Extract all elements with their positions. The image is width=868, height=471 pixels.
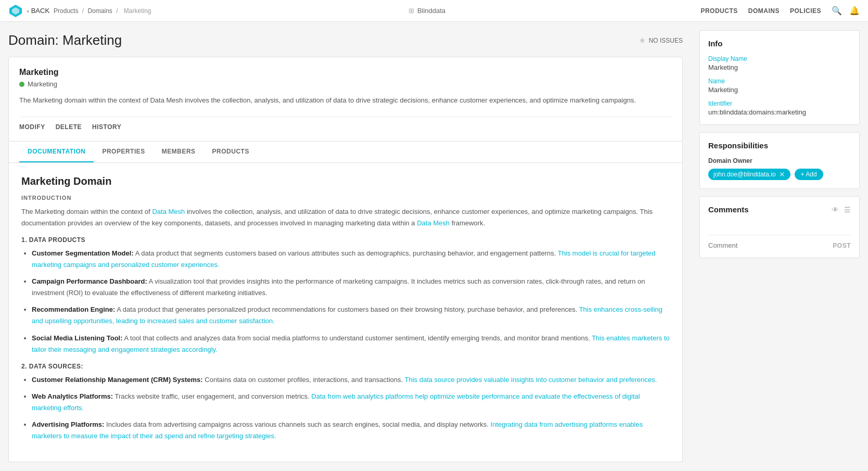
comments-header: Comments 👁 ☰: [708, 205, 851, 214]
owner-email: john.doe@blinddata.io: [713, 171, 776, 178]
page-title: Domain: Marketing: [8, 32, 122, 48]
site-name: Blinddata: [417, 7, 445, 15]
list-item-text: A data product that segments customers b…: [135, 249, 558, 257]
menu-comments-button[interactable]: ☰: [844, 206, 851, 214]
breadcrumb-domains[interactable]: Domains: [87, 7, 112, 15]
comments-title: Comments: [708, 205, 749, 214]
domain-card: Marketing Marketing The Marketing domain…: [8, 57, 683, 142]
info-panel-title: Info: [708, 39, 851, 48]
domain-card-name: Marketing: [19, 68, 672, 77]
comments-panel: Comments 👁 ☰ POST: [699, 196, 860, 258]
top-nav: ‹ BACK Products / Domains / Marketing ⊞ …: [0, 0, 868, 22]
domain-badge-label: Marketing: [28, 80, 57, 88]
star-icon: ★: [639, 35, 646, 45]
domain-actions: MODIFY DELETE HISTORY: [19, 117, 672, 131]
domain-description: The Marketing domain within the context …: [19, 95, 672, 106]
name-label[interactable]: Name: [708, 78, 851, 85]
list-item-term: Customer Segmentation Model:: [32, 249, 134, 257]
hide-comments-button[interactable]: 👁: [832, 206, 839, 214]
nav-center: ⊞ Blinddata: [409, 7, 445, 15]
list-item-term: Campaign Performance Dashboard:: [32, 277, 147, 285]
chevron-left-icon: ‹: [27, 8, 29, 14]
tab-members[interactable]: MEMBERS: [154, 142, 204, 162]
data-sources-section-label: 2. DATA SOURCES:: [21, 363, 670, 370]
responsibilities-panel: Responsibilities Domain Owner john.doe@b…: [699, 132, 860, 189]
nav-right: PRODUCTS DOMAINS POLICIES 🔍 🔔: [700, 6, 860, 16]
no-issues-label: NO ISSUES: [649, 37, 683, 44]
list-item: Advertising Platforms: Includes data fro…: [32, 419, 670, 442]
breadcrumb: Products / Domains / Marketing: [54, 7, 153, 15]
list-item-term: Advertising Platforms:: [32, 421, 104, 428]
tab-products[interactable]: PRODUCTS: [204, 142, 258, 162]
intro-text3: framework.: [450, 219, 485, 227]
notification-button[interactable]: 🔔: [849, 6, 860, 16]
breadcrumb-current: Marketing: [124, 7, 151, 15]
comment-input-row: POST: [708, 235, 851, 249]
list-item: Customer Relationship Management (CRM) S…: [32, 374, 670, 386]
nav-policies[interactable]: POLICIES: [790, 7, 821, 15]
nav-left: ‹ BACK Products / Domains / Marketing: [8, 4, 154, 18]
list-item: Customer Segmentation Model: A data prod…: [32, 248, 670, 271]
list-item: Recommendation Engine: A data product th…: [32, 304, 670, 327]
owner-tag: john.doe@blinddata.io ✕: [708, 169, 790, 180]
tab-properties[interactable]: PROPERTIES: [94, 142, 153, 162]
identifier-value: um:blinddata:domains:marketing: [708, 108, 851, 116]
list-item-text: Tracks website traffic, user engagement,…: [114, 392, 311, 400]
back-label: BACK: [31, 7, 49, 15]
identifier-label[interactable]: Identifier: [708, 100, 851, 107]
history-button[interactable]: HISTORY: [92, 123, 121, 131]
remove-owner-button[interactable]: ✕: [779, 171, 785, 178]
display-name-value: Marketing: [708, 63, 851, 71]
intro-text: The Marketing domain within the context …: [21, 208, 152, 215]
list-item-term: Recommendation Engine:: [32, 305, 115, 313]
data-mesh-link2[interactable]: Data Mesh: [417, 219, 450, 227]
list-item-text: Contains data on customer profiles, inte…: [205, 376, 404, 384]
main-content: Domain: Marketing ★ NO ISSUES Marketing …: [0, 22, 691, 471]
nav-products[interactable]: PRODUCTS: [700, 7, 737, 15]
nav-links: PRODUCTS DOMAINS POLICIES: [700, 7, 821, 15]
name-value: Marketing: [708, 86, 851, 94]
domain-owner-label: Domain Owner: [708, 157, 851, 164]
comment-input[interactable]: [708, 241, 828, 249]
page-title-row: Domain: Marketing ★ NO ISSUES: [8, 32, 683, 48]
list-item-term: Web Analytics Platforms:: [32, 392, 113, 400]
list-item-link[interactable]: This data source provides valuable insig…: [405, 376, 657, 384]
tab-documentation[interactable]: DOCUMENTATION: [19, 142, 94, 162]
data-products-list: Customer Segmentation Model: A data prod…: [32, 248, 670, 355]
doc-content: Marketing Domain INTRODUCTION The Market…: [8, 163, 683, 462]
delete-button[interactable]: DELETE: [56, 123, 82, 131]
back-button[interactable]: ‹ BACK: [27, 7, 49, 15]
data-products-section-label: 1. DATA PRODUCTS: [21, 236, 670, 244]
list-item-term: Customer Relationship Management (CRM) S…: [32, 376, 203, 384]
comments-icons: 👁 ☰: [832, 206, 851, 214]
no-issues-button[interactable]: ★ NO ISSUES: [639, 35, 683, 45]
list-item-term: Social Media Listening Tool:: [32, 334, 123, 342]
page-container: Domain: Marketing ★ NO ISSUES Marketing …: [0, 22, 868, 471]
display-name-label[interactable]: Display Name: [708, 55, 851, 62]
modify-button[interactable]: MODIFY: [19, 123, 45, 131]
sidebar: Info Display Name Marketing Name Marketi…: [691, 22, 868, 471]
list-item: Campaign Performance Dashboard: A visual…: [32, 276, 670, 299]
intro-section-label: INTRODUCTION: [21, 195, 670, 201]
add-owner-button[interactable]: + Add: [795, 169, 823, 180]
owner-row: john.doe@blinddata.io ✕ + Add: [708, 169, 851, 180]
nav-domains[interactable]: DOMAINS: [748, 7, 780, 15]
data-mesh-link[interactable]: Data Mesh: [152, 208, 185, 215]
tabs-bar: DOCUMENTATION PROPERTIES MEMBERS PRODUCT…: [8, 142, 683, 163]
breadcrumb-products[interactable]: Products: [54, 7, 78, 15]
breadcrumb-sep1: /: [82, 7, 86, 15]
intro-paragraph: The Marketing domain within the context …: [21, 206, 670, 229]
post-comment-button[interactable]: POST: [833, 242, 851, 249]
list-item: Web Analytics Platforms: Tracks website …: [32, 391, 670, 414]
grid-icon: ⊞: [409, 7, 414, 15]
logo: [8, 4, 23, 18]
responsibilities-title: Responsibilities: [708, 141, 851, 150]
tabs: DOCUMENTATION PROPERTIES MEMBERS PRODUCT…: [9, 142, 682, 162]
info-panel: Info Display Name Marketing Name Marketi…: [699, 30, 860, 125]
breadcrumb-sep2: /: [116, 7, 120, 15]
search-button[interactable]: 🔍: [832, 6, 842, 16]
list-item: Social Media Listening Tool: A tool that…: [32, 333, 670, 355]
list-item-text: A data product that generates personaliz…: [117, 305, 579, 313]
list-item-text: Includes data from advertising campaigns…: [106, 421, 491, 428]
doc-title: Marketing Domain: [21, 175, 670, 187]
